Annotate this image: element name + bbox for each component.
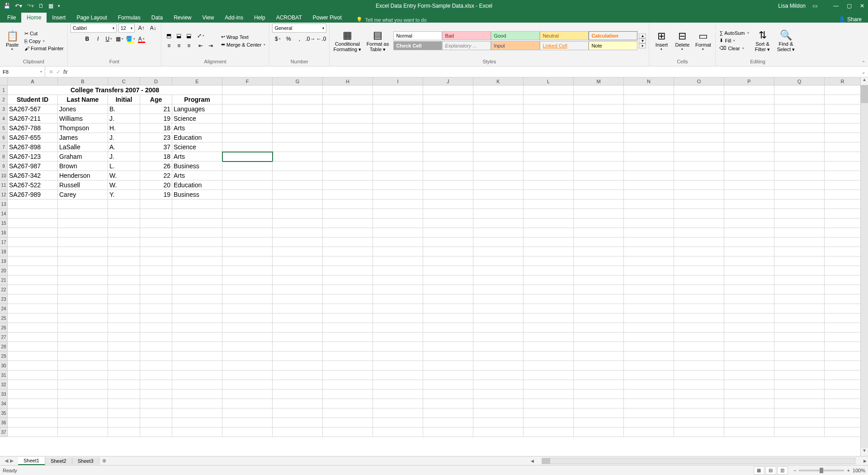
cell-D24[interactable] [140,304,172,314]
cell-N37[interactable] [624,428,674,437]
copy-button[interactable]: ⎘Copy [24,38,65,44]
cell-M24[interactable] [574,304,624,314]
cell-Q7[interactable] [774,142,825,152]
cell-B28[interactable] [58,342,108,352]
cell-M2[interactable] [574,95,624,104]
cell-F22[interactable] [222,285,273,294]
cell-C16[interactable] [108,228,140,238]
cell-C35[interactable] [108,408,140,418]
cell-R35[interactable] [825,408,861,418]
cell-C30[interactable] [108,361,140,370]
cell-K37[interactable] [473,428,524,437]
cell-I12[interactable] [373,190,423,200]
cell-O1[interactable] [674,86,724,95]
cell-A17[interactable] [8,238,58,247]
cell-B31[interactable] [58,370,108,380]
cell-G16[interactable] [273,228,323,238]
cell-M18[interactable] [574,247,624,256]
cell-L12[interactable] [524,190,574,200]
cell-P37[interactable] [724,428,774,437]
cell-L6[interactable] [524,133,574,142]
cell-C26[interactable] [108,323,140,332]
cell-F3[interactable] [222,104,273,114]
cell-H17[interactable] [323,238,373,247]
row-header-17[interactable]: 17 [0,238,8,247]
cell-K31[interactable] [473,370,524,380]
cell-N23[interactable] [624,294,674,304]
cell-F24[interactable] [222,304,273,314]
cell-H8[interactable] [323,152,373,162]
gallery-more-icon[interactable]: ▾ [639,43,646,48]
col-header-O[interactable]: O [674,77,724,86]
cell-H10[interactable] [323,171,373,180]
cell-B34[interactable] [58,399,108,408]
cell-M22[interactable] [574,285,624,294]
cell-R22[interactable] [825,285,861,294]
cell-A7[interactable]: SA267-898 [8,142,58,152]
cell-C37[interactable] [108,428,140,437]
cell-D15[interactable] [140,218,172,228]
name-box[interactable]: F8▾ [0,66,45,77]
cell-R10[interactable] [825,171,861,180]
cell-E6[interactable]: Education [172,133,222,142]
cell-F2[interactable] [222,95,273,104]
cell-Q5[interactable] [774,124,825,133]
cell-N16[interactable] [624,228,674,238]
cell-P28[interactable] [724,342,774,352]
cell-H18[interactable] [323,247,373,256]
cell-D29[interactable] [140,352,172,361]
cell-L10[interactable] [524,171,574,180]
cell-I37[interactable] [373,428,423,437]
cell-P5[interactable] [724,124,774,133]
cell-L1[interactable] [524,86,574,95]
cell-O7[interactable] [674,142,724,152]
cell-C21[interactable] [108,276,140,285]
style-note[interactable]: Note [589,41,637,50]
cell-H15[interactable] [323,218,373,228]
cell-G33[interactable] [273,390,323,399]
cell-E29[interactable] [172,352,222,361]
cell-D8[interactable]: 18 [140,152,172,162]
cell-O4[interactable] [674,114,724,124]
cell-J19[interactable] [423,256,473,266]
cell-K33[interactable] [473,390,524,399]
cell-L17[interactable] [524,238,574,247]
cell-K28[interactable] [473,342,524,352]
increase-decimal-icon[interactable]: .0→ [305,34,315,43]
cell-Q9[interactable] [774,162,825,171]
cell-M37[interactable] [574,428,624,437]
cell-G3[interactable] [273,104,323,114]
row-header-8[interactable]: 8 [0,152,8,162]
cell-R12[interactable] [825,190,861,200]
col-header-H[interactable]: H [323,77,373,86]
cell-C17[interactable] [108,238,140,247]
cell-R29[interactable] [825,352,861,361]
cell-B30[interactable] [58,361,108,370]
row-header-20[interactable]: 20 [0,266,8,276]
cell-H14[interactable] [323,209,373,218]
cell-G10[interactable] [273,171,323,180]
cell-J32[interactable] [423,380,473,390]
cell-P26[interactable] [724,323,774,332]
cell-A29[interactable] [8,352,58,361]
cell-L35[interactable] [524,408,574,418]
cell-L24[interactable] [524,304,574,314]
redo-icon[interactable]: ↷▾ [27,3,34,9]
cell-K23[interactable] [473,294,524,304]
cell-A23[interactable] [8,294,58,304]
cell-N1[interactable] [624,86,674,95]
cell-R37[interactable] [825,428,861,437]
scroll-right-icon[interactable]: ▶ [862,459,868,463]
cell-D35[interactable] [140,408,172,418]
cell-J6[interactable] [423,133,473,142]
align-middle-icon[interactable]: ⬓ [174,31,184,40]
cell-O8[interactable] [674,152,724,162]
cell-M36[interactable] [574,418,624,428]
cell-Q13[interactable] [774,200,825,209]
cell-N29[interactable] [624,352,674,361]
cell-B6[interactable]: James [58,133,108,142]
cell-M8[interactable] [574,152,624,162]
cell-O36[interactable] [674,418,724,428]
cell-N32[interactable] [624,380,674,390]
row-header-37[interactable]: 37 [0,428,8,437]
